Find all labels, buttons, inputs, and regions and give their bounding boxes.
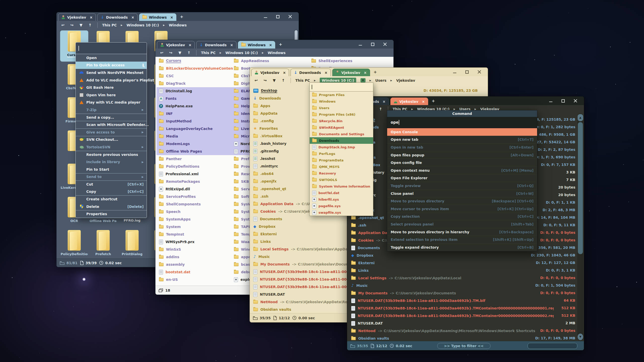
dropdown-item--recycle-bin[interactable]: $Recycle.Bin [310,118,373,124]
dropdown-item-windows[interactable]: Windows [310,98,373,105]
file-row-systemapps[interactable]: SystemApps [156,215,233,223]
file-row-dropbox[interactable]: ◆Dropbox [348,252,554,259]
nav-back-icon[interactable]: ↩ [60,23,66,27]
grid-item-prefetch[interactable]: Prefetch [89,230,117,261]
file-row-bootstat-dat[interactable]: bootstat.dat [156,268,233,276]
file-row-local-settings[interactable]: Local Settings-> C:\Users\Vjekoslav\AppD… [348,274,554,282]
menu-item-give-access-to[interactable]: Give access to▶ [76,128,147,136]
menu-item-cut[interactable]: Cut[Ctrl+X] [76,180,147,188]
file-row-helppane-exe[interactable]: ?HelpPane.exe [156,102,233,110]
file-row-appreadiness[interactable]: AppReadiness [231,57,310,65]
nav-forward-icon[interactable]: ↪ [69,23,75,27]
tab-close-icon[interactable]: × [364,71,367,75]
palette-item-toggle-expand-directory[interactable]: Toggle expand directory[Ctrl+B] [387,243,537,251]
dropdown-item-program-files[interactable]: Program Files [310,92,373,98]
file-row-assembly[interactable]: assembly [156,261,233,268]
dropdown-item-downloads[interactable]: Downloads [310,137,373,144]
tab-downloads[interactable]: ↓Downloads× [196,41,236,49]
file-row-my-documents[interactable]: My Documents-> C:\Users\Vjekoslav\Docume… [348,289,554,297]
close-icon[interactable] [477,70,481,74]
file-row-en-us[interactable]: en-US [156,276,233,283]
menu-item-send-with-nordvpn-meshnet[interactable]: Send with NordVPN Meshnet [76,69,147,76]
minimize-icon[interactable] [264,15,267,19]
tab-close-icon[interactable]: × [188,43,191,47]
nav-forward-icon[interactable]: ↪ [168,51,174,55]
tab-close-icon[interactable]: × [170,15,173,19]
file-row-ntuser-dat[interactable]: NTUSER.DAT [348,320,554,327]
file-row-panther[interactable]: Panther [156,155,233,163]
dropdown-item-dumpstack-log-tmp[interactable]: DumpStack.log.tmp [310,144,373,150]
menu-item-delete[interactable]: Delete[Delete] [76,203,147,210]
palette-item-open-context-menu[interactable]: Open context menu[Ctrl+M] [Menu] [387,166,537,174]
nav-up-icon[interactable]: ↑ [280,78,286,83]
file-row-winsxs[interactable]: WinSxS [156,246,233,253]
file-row-shellexperiences[interactable]: ShellExperiences [309,57,388,65]
context-menu-filter-input[interactable] [76,42,147,54]
nav-forward-icon[interactable]: ↪ [262,78,268,83]
file-row-cursors[interactable]: Cursors [156,57,233,65]
file-row-diagtrack[interactable]: DiagTrack [156,80,233,87]
dropdown-item-program-files-x86-[interactable]: Program Files (x86) [310,111,373,118]
dropdown-item-programdata[interactable]: ProgramData [310,157,373,163]
menu-item-send-a-copy-[interactable]: Send a copy... [76,114,147,121]
tab-close-icon[interactable]: × [90,15,93,19]
breadcrumb-users[interactable]: Users [375,78,386,82]
tab-vjekoslav[interactable]: Vjekoslav× [390,98,428,105]
dropdown-item-users[interactable]: Users [310,105,373,111]
tab-windows[interactable]: Windows× [238,41,275,49]
maximize-icon[interactable] [276,15,280,19]
breadcrumb-vjekoslav[interactable]: Vjekoslav [396,78,415,82]
file-row-offline-web-pages[interactable]: Offline Web Pages [156,148,233,155]
nav-history-icon[interactable]: ▼ [271,78,277,83]
nav-history-icon[interactable]: ▼ [177,51,183,55]
file-row-languageoverlaycache[interactable]: LanguageOverlayCache [156,125,233,132]
menu-item-pin-to-quick-access[interactable]: Pin to Quick access [76,62,147,69]
palette-item-move-to-previous-directory[interactable]: Move to previous directory[Backspace] [C… [387,197,537,205]
command-palette-input[interactable]: ope [387,117,537,128]
palette-item-move-cursor-to-previous-item[interactable]: Move cursor to previous item[Ctrl+K] [Ct… [387,205,537,213]
dropdown-item-perflogs[interactable]: PerfLogs [310,150,373,157]
file-row-ntuser-dat-53b39e88-18c4-11ea-a811-000d3aa4692b-tmcontainer00000000000000000001-regtrans-ms[interactable]: NTUSER.DAT{53b39e88-18c4-11ea-a811-000d3… [348,304,554,312]
minimize-icon[interactable] [453,70,457,74]
palette-item-open-config-file[interactable]: Open config file [387,159,537,166]
tab-close-icon[interactable]: × [230,43,233,47]
new-tab-button[interactable]: + [374,70,377,74]
menu-item-create-shortcut[interactable]: Create shortcut [76,195,147,203]
tab-close-icon[interactable]: × [422,100,425,104]
maximize-icon[interactable] [465,70,469,74]
close-icon[interactable] [288,15,292,19]
drive-dropdown-button[interactable]: ▼ [360,78,366,82]
file-row-bitlockerdiscoveryvolumecontents[interactable]: BitLockerDiscoveryVolumeContents [156,65,233,72]
menu-item-restore-previous-versions[interactable]: Restore previous versions [76,151,147,158]
breadcrumb-windows[interactable]: Windows [169,23,187,27]
w4-filter-pill[interactable]: >> Type to filter << [437,343,491,349]
palette-item-toggle-preview[interactable]: Toggle preview[Ctrl+Q] [387,182,537,190]
close-icon[interactable] [574,99,577,103]
file-row-eksterni[interactable]: Eksterni [348,259,554,267]
breadcrumb-windows[interactable]: Windows [268,51,286,55]
menu-item-7-zip[interactable]: 7-Zip▶ [76,106,147,114]
menu-item-send-to[interactable]: Send to▶ [76,173,147,181]
nav-back-icon[interactable]: ↩ [159,51,165,55]
file-row-policydefinitions[interactable]: PolicyDefinitions [156,163,233,170]
maximize-icon[interactable] [371,42,375,46]
file-row-ntuser-dat-53b39e88-18c4-11ea-a811-000d3aa4692b-tmcontainer00000000000000000002-regtrans-ms[interactable]: NTUSER.DAT{53b39e88-18c4-11ea-a811-000d3… [348,312,554,320]
dropdown-item-swtools[interactable]: SWTOOLS [310,176,373,183]
tab-downloads[interactable]: ↓Downloads× [291,69,331,76]
minimize-icon[interactable] [358,42,362,46]
tab-vjekoslav[interactable]: Vjekoslav× [251,69,289,76]
dropdown-item-documents-and-settings[interactable]: Documents and Settings [310,131,373,137]
dropdown-item-swapfile-sys[interactable]: swapfile.sys [310,209,373,216]
file-row-serviceprofiles[interactable]: ServiceProfiles [156,193,233,200]
nav-up-icon[interactable]: ↑ [378,107,383,111]
file-row-wmsyspr9-prx[interactable]: WMSysPr9.prx [156,238,233,246]
maximize-icon[interactable] [561,99,565,103]
breadcrumb-this-pc[interactable]: This PC [201,51,216,55]
dropdown-item-boottel-dat[interactable]: bootTel.dat [310,190,373,196]
file-row-modemlogs[interactable]: ModemLogs [156,140,233,148]
nav-back-icon[interactable]: ↩ [253,78,259,83]
drive-dropdown-filter-input[interactable] [310,83,373,92]
palette-item-open-console[interactable]: Open Console [387,128,537,136]
breadcrumb-windows-10-c-[interactable]: Windows 10 (C:) [127,23,159,27]
nav-history-icon[interactable]: ▼ [78,23,84,27]
